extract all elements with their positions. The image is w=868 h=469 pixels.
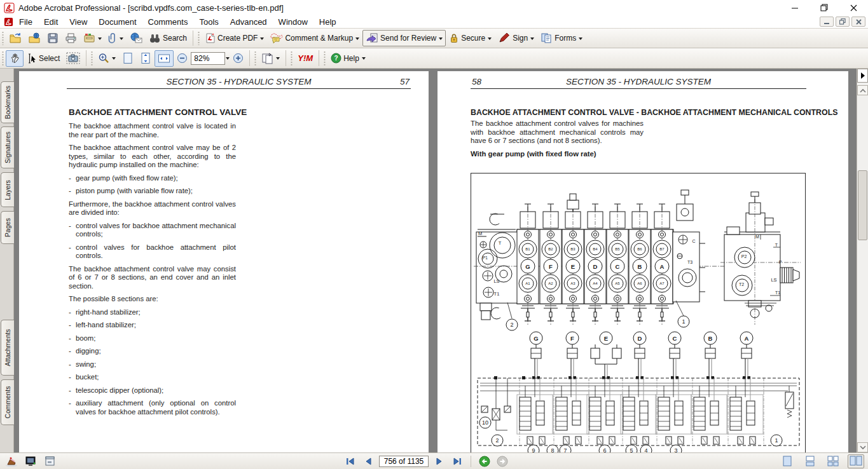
dropdown-caret	[362, 57, 366, 62]
hand-tool-button[interactable]	[6, 50, 24, 67]
fit-width-button[interactable]	[155, 50, 174, 67]
page-number-input[interactable]	[379, 456, 429, 467]
continuous-facing-button[interactable]	[825, 454, 841, 468]
toolbar-grip[interactable]	[290, 51, 293, 65]
save-button[interactable]	[44, 30, 62, 46]
continuous-button[interactable]	[802, 454, 818, 468]
window-size-icon[interactable]	[45, 456, 56, 466]
menu-item-view[interactable]: View	[64, 16, 93, 28]
list-item: -control valves for backhoe attachment m…	[69, 222, 236, 239]
attach-button[interactable]	[105, 30, 127, 46]
forms-button[interactable]: Forms	[537, 30, 586, 46]
svg-text:5: 5	[630, 447, 633, 452]
select-label: Select	[39, 54, 60, 63]
menu-item-file[interactable]: File	[13, 16, 38, 28]
svg-text:F: F	[549, 263, 553, 270]
body-text: The backhoe attachment control valve is …	[69, 122, 236, 421]
next-page-button[interactable]	[432, 455, 446, 468]
toolbar-grip[interactable]	[323, 51, 326, 65]
menubar: FileEditViewDocumentCommentsToolsAdvance…	[0, 15, 868, 29]
zoom-tool-button[interactable]	[95, 50, 119, 67]
menu-item-comments[interactable]: Comments	[142, 16, 194, 28]
svg-text:P: P	[779, 260, 782, 264]
organizer-button[interactable]	[80, 30, 105, 46]
sidebar-tab-pages[interactable]: Pages	[1, 211, 14, 244]
separator	[319, 50, 319, 66]
doc-close-button[interactable]	[851, 17, 865, 27]
sidebar-tab-bookmarks[interactable]: Bookmarks	[1, 81, 14, 123]
list-item: -gear pump (with fixed flow rate);	[69, 174, 236, 183]
open-web-button[interactable]	[25, 30, 44, 46]
minimize-button[interactable]	[780, 0, 809, 15]
menu-item-help[interactable]: Help	[313, 16, 342, 28]
fit-height-button[interactable]	[137, 50, 155, 67]
comment-markup-icon	[270, 32, 283, 44]
open-button[interactable]	[6, 30, 25, 46]
scroll-up-button[interactable]	[857, 85, 868, 95]
separator	[249, 50, 250, 66]
yahoo-search-button[interactable]: Y!M	[294, 50, 316, 67]
menu-item-window[interactable]: Window	[273, 16, 313, 28]
hydraulic-schematic: GFEDCBA10219876543	[478, 332, 799, 452]
help-button[interactable]: ? Help	[327, 50, 369, 67]
send-for-review-button[interactable]: Send for Review	[362, 30, 446, 46]
close-button[interactable]	[839, 0, 868, 15]
select-tool-button[interactable]: Select	[24, 50, 63, 67]
print-button[interactable]	[62, 30, 80, 46]
sidebar-tab-attachments[interactable]: Attachments	[1, 320, 14, 376]
create-pdf-label: Create PDF	[217, 34, 258, 43]
toolbar-grip[interactable]	[1, 51, 4, 65]
previous-page-button[interactable]	[361, 455, 375, 468]
secure-button[interactable]: Secure	[446, 30, 495, 46]
menu-item-document[interactable]: Document	[93, 16, 142, 28]
previous-view-button[interactable]	[478, 455, 492, 468]
svg-text:7: 7	[563, 447, 567, 452]
first-page-button[interactable]	[343, 455, 357, 468]
sign-button[interactable]: Sign	[495, 30, 537, 46]
list-item: -piston pump (with variable flow rate);	[69, 187, 236, 196]
page-display-button[interactable]	[258, 50, 283, 67]
toolbar-grip[interactable]	[197, 31, 200, 45]
last-page-button[interactable]	[450, 455, 464, 468]
zoom-out-button[interactable]	[174, 50, 191, 67]
create-pdf-button[interactable]: Create PDF	[202, 30, 267, 46]
vertical-scrollbar[interactable]	[857, 69, 868, 452]
zoom-in-button[interactable]	[230, 50, 247, 67]
scrollbar-thumb[interactable]	[858, 170, 867, 240]
menu-item-edit[interactable]: Edit	[38, 16, 64, 28]
fit-height-icon	[140, 52, 151, 64]
panel-expand-button[interactable]	[857, 69, 868, 83]
svg-text:1: 1	[682, 318, 685, 325]
facing-button[interactable]	[848, 454, 864, 468]
toolbar-grip[interactable]	[90, 51, 93, 65]
menu-item-advanced[interactable]: Advanced	[224, 16, 273, 28]
search-button[interactable]: Search	[146, 30, 190, 46]
snapshot-button[interactable]	[63, 50, 83, 67]
donate-cake-icon[interactable]	[5, 456, 18, 467]
pdf-page-57[interactable]: SECTION 35 - HYDRAULIC SYSTEM 57 BACKHOE…	[19, 71, 429, 452]
lock-icon	[449, 32, 459, 44]
pdf-page-58[interactable]: SECTION 35 - HYDRAULIC SYSTEM 58 BACKHOE…	[437, 71, 848, 452]
navigation-tab-strip: BookmarksSignaturesLayersPagesAttachment…	[0, 69, 14, 452]
fit-page-button[interactable]	[119, 50, 137, 67]
svg-text:B: B	[708, 335, 713, 342]
toolbar-grip[interactable]	[1, 31, 4, 45]
email-button[interactable]	[127, 30, 146, 46]
doc-restore-button[interactable]	[836, 17, 850, 27]
minus-circle-icon	[177, 53, 188, 64]
sidebar-tab-layers[interactable]: Layers	[1, 172, 14, 207]
sidebar-tab-comments[interactable]: Comments	[1, 379, 14, 425]
toolbar-grip[interactable]	[254, 51, 257, 65]
paragraph: The backhoe attachment control valve may…	[69, 265, 236, 291]
screen-mode-icon[interactable]	[25, 456, 37, 466]
zoom-level-input[interactable]	[191, 52, 225, 65]
comment-markup-button[interactable]: Comment & Markup	[267, 30, 362, 46]
sidebar-tab-signatures[interactable]: Signatures	[1, 126, 14, 168]
single-page-button[interactable]	[779, 454, 796, 468]
next-view-button[interactable]	[495, 455, 509, 468]
menu-item-tools[interactable]: Tools	[193, 16, 224, 28]
svg-text:T1: T1	[494, 291, 500, 297]
scroll-down-button[interactable]	[857, 442, 868, 452]
restore-button[interactable]	[809, 0, 839, 15]
doc-minimize-button[interactable]	[820, 17, 834, 27]
